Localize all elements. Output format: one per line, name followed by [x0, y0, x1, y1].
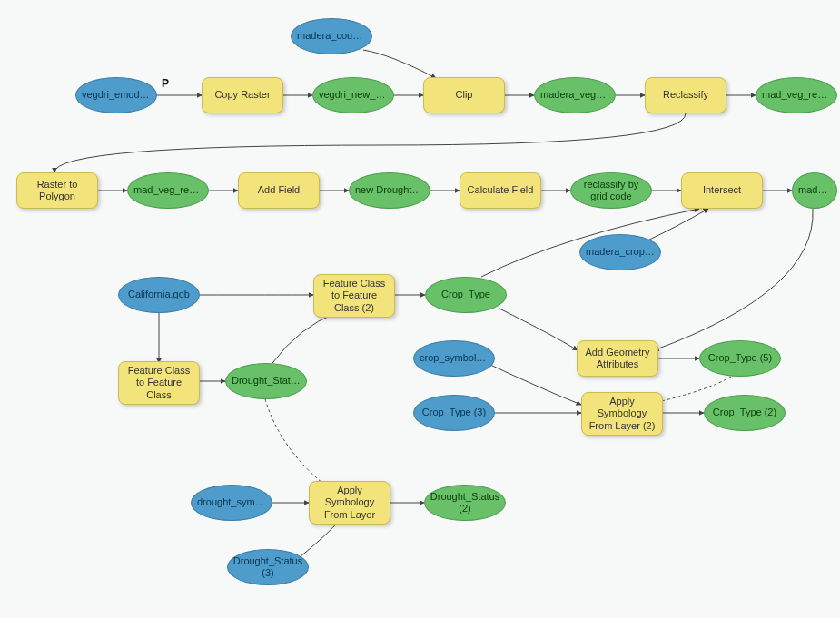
output-node-drought-status-2[interactable]: Drought_Status (2) — [424, 485, 506, 521]
node-label: mad_veg_crop... — [798, 184, 831, 196]
data-node-drought-symb[interactable]: drought_symb... — [191, 485, 272, 521]
node-label: Feature Class to Feature Class (2) — [320, 278, 389, 314]
output-node-drought-status[interactable]: Drought_Status — [225, 363, 307, 399]
tool-node-raster-to-polygon[interactable]: Raster to Polygon — [16, 172, 98, 209]
node-label: Crop_Type (5) — [708, 352, 772, 364]
data-node-madera-crops[interactable]: madera_crops... — [579, 234, 661, 270]
node-label: Crop_Type — [441, 289, 490, 300]
node-label: new Drought field — [355, 184, 424, 196]
output-node-crop-type-5[interactable]: Crop_Type (5) — [699, 340, 781, 377]
output-node-madera-vegdr[interactable]: madera_vegdr... — [534, 77, 616, 113]
node-label: crop_symbology — [420, 352, 489, 364]
output-node-reclassify-by-grid[interactable]: reclassify by grid code — [570, 172, 652, 209]
node-label: Add Field — [258, 184, 300, 196]
tool-node-add-geometry-attributes[interactable]: Add Geometry Attributes — [577, 340, 658, 377]
data-node-madera-count[interactable]: madera_count... — [291, 18, 372, 54]
tool-node-apply-symbology[interactable]: Apply Symbology From Layer — [309, 481, 390, 525]
model-canvas[interactable]: { "labels": { "p": "P" }, "nodes": { "ve… — [0, 0, 840, 618]
node-label: Drought_Status (3) — [233, 555, 302, 579]
tool-node-fc-to-fc[interactable]: Feature Class to Feature Class — [118, 361, 200, 405]
node-label: Reclassify — [663, 89, 708, 101]
node-label: Add Geometry Attributes — [583, 347, 652, 370]
data-node-california-gdb[interactable]: California.gdb — [118, 277, 200, 313]
tool-node-calculate-field[interactable]: Calculate Field — [460, 172, 541, 209]
tool-node-fc-to-fc-2[interactable]: Feature Class to Feature Class (2) — [313, 274, 395, 318]
node-label: Intersect — [703, 184, 741, 196]
node-label: madera_count... — [297, 30, 366, 42]
node-label: Clip — [456, 89, 473, 101]
data-node-crop-symbology[interactable]: crop_symbology — [413, 340, 495, 377]
tool-node-clip[interactable]: Clip — [423, 77, 505, 113]
node-label: mad_veg_recl... — [133, 184, 203, 196]
node-label: Drought_Status — [232, 375, 301, 387]
node-label: Drought_Status (2) — [430, 491, 499, 515]
node-label: vegdri_emodis... — [82, 89, 151, 101]
node-label: Feature Class to Feature Class — [124, 365, 193, 401]
node-label: madera_crops... — [586, 246, 655, 258]
node-label: California.gdb — [128, 289, 190, 300]
node-label: Crop_Type (3) — [422, 407, 486, 418]
param-label-p: P — [162, 77, 169, 90]
node-label: vegdri_new_grid — [319, 89, 388, 101]
node-label: Apply Symbology From Layer (2) — [588, 396, 657, 432]
output-node-mad-veg-crop[interactable]: mad_veg_crop... — [792, 172, 837, 209]
node-label: Copy Raster — [214, 89, 270, 101]
node-label: reclassify by grid code — [577, 179, 646, 202]
node-label: Raster to Polygon — [23, 179, 92, 202]
tool-node-apply-symbology-2[interactable]: Apply Symbology From Layer (2) — [581, 392, 663, 436]
tool-node-add-field[interactable]: Add Field — [238, 172, 320, 209]
data-node-crop-type-3[interactable]: Crop_Type (3) — [413, 395, 495, 431]
data-node-drought-status-3[interactable]: Drought_Status (3) — [227, 549, 309, 585]
data-node-vegdri-emodis[interactable]: vegdri_emodis... — [75, 77, 157, 113]
node-label: Apply Symbology From Layer — [315, 485, 384, 521]
tool-node-intersect[interactable]: Intersect — [681, 172, 763, 209]
node-label: Crop_Type (2) — [713, 407, 776, 418]
node-label: madera_vegdr... — [540, 89, 609, 101]
tool-node-reclassify[interactable]: Reclassify — [645, 77, 726, 113]
output-node-mad-veg-recl-2[interactable]: mad_veg_recl... — [127, 172, 209, 209]
node-label: mad_veg_recl... — [762, 89, 831, 101]
output-node-vegdri-new-grid[interactable]: vegdri_new_grid — [312, 77, 394, 113]
output-node-crop-type[interactable]: Crop_Type — [425, 277, 507, 313]
tool-node-copy-raster[interactable]: Copy Raster — [202, 77, 283, 113]
node-label: drought_symb... — [197, 496, 266, 508]
output-node-new-drought-field[interactable]: new Drought field — [349, 172, 430, 209]
node-label: Calculate Field — [468, 184, 534, 196]
output-node-mad-veg-recl-1[interactable]: mad_veg_recl... — [756, 77, 837, 113]
output-node-crop-type-2[interactable]: Crop_Type (2) — [704, 395, 786, 431]
